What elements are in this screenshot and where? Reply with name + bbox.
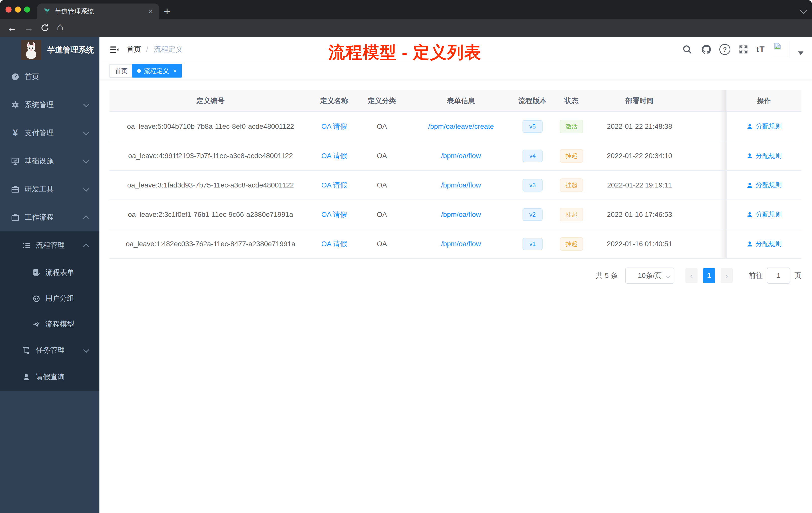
deploy-time: 2022-01-22 20:34:10 (607, 152, 672, 160)
sidebar-item-payment[interactable]: ¥ 支付管理 (0, 119, 99, 147)
sidebar-item-home[interactable]: 首页 (0, 63, 99, 91)
breadcrumb-home[interactable]: 首页 (126, 37, 141, 62)
tab-close-icon[interactable]: × (148, 7, 153, 15)
sidebar-item-label: 基础设施 (25, 156, 54, 166)
column-header: 流程版本 (515, 90, 550, 112)
definition-name-link[interactable]: OA 请假 (321, 180, 347, 190)
goto-page-input[interactable] (767, 268, 790, 283)
version-badge: v2 (522, 208, 543, 221)
sidebar-item-process-form[interactable]: 流程表单 (0, 260, 99, 285)
sidebar-item-process-model[interactable]: 流程模型 (0, 311, 99, 337)
sidebar-item-system[interactable]: 系统管理 (0, 91, 99, 119)
assign-rule-button[interactable]: 分配规则 (746, 210, 782, 219)
definition-category: OA (377, 211, 387, 219)
status-badge: 挂起 (560, 149, 583, 163)
form-link[interactable]: /bpm/oa/flow (441, 211, 481, 219)
window-close-button[interactable] (5, 6, 11, 12)
search-icon[interactable] (681, 43, 693, 56)
definition-id: oa_leave:1:482ec033-762a-11ec-8477-a2380… (126, 240, 295, 248)
page-unit-label: 页 (794, 271, 802, 280)
sidebar: 芋道管理系统 首页 系统管理 ¥ 支付管理 基础设施 (0, 37, 99, 513)
assign-rule-button[interactable]: 分配规则 (746, 181, 782, 189)
assign-rule-button[interactable]: 分配规则 (746, 151, 782, 160)
new-tab-button[interactable]: + (164, 4, 171, 19)
forward-icon[interactable]: → (24, 22, 33, 33)
sidebar-item-label: 流程模型 (45, 319, 74, 329)
form-link[interactable]: /bpm/oa/flow (441, 152, 481, 160)
sidebar-item-label: 首页 (25, 72, 39, 82)
reload-icon[interactable] (40, 23, 50, 33)
fullscreen-icon[interactable] (737, 43, 750, 56)
tag-process-definition[interactable]: 流程定义 × (132, 64, 182, 78)
definition-name-link[interactable]: OA 请假 (321, 151, 347, 161)
form-link[interactable]: /bpm/oa/leave/create (428, 122, 494, 130)
definition-name-link[interactable]: OA 请假 (321, 122, 347, 131)
page-number-button[interactable]: 1 (703, 268, 715, 283)
status-badge: 挂起 (560, 208, 583, 221)
form-link[interactable]: /bpm/oa/flow (441, 181, 481, 189)
back-icon[interactable]: ← (7, 22, 17, 33)
window-minimize-button[interactable] (15, 6, 21, 12)
sidebar-item-user-group[interactable]: 用户分组 (0, 285, 99, 311)
prev-page-button[interactable]: ‹ (686, 268, 697, 283)
page-size-select[interactable]: 10条/页 (625, 268, 674, 283)
definition-name-link[interactable]: OA 请假 (321, 239, 347, 249)
table-row: oa_leave:2:3c1f0ef1-76b1-11ec-9c66-a2380… (110, 200, 802, 230)
table-row: oa_leave:5:004b710b-7b8a-11ec-8ef0-acde4… (110, 112, 802, 141)
action-label: 分配规则 (756, 210, 782, 219)
font-size-icon[interactable]: tT (756, 45, 765, 54)
chevron-down-icon (83, 157, 89, 163)
avatar-caret-icon[interactable] (798, 52, 804, 55)
active-tag-dot (137, 69, 141, 73)
sidebar-item-workflow[interactable]: 工作流程 (0, 203, 99, 232)
definition-category: OA (377, 240, 387, 248)
sidebar-item-label: 流程表单 (45, 268, 74, 278)
tag-home[interactable]: 首页 (110, 64, 133, 78)
help-icon[interactable]: ? (719, 44, 730, 55)
sidebar-item-task-management[interactable]: 任务管理 (0, 337, 99, 364)
chevron-down-icon (83, 101, 89, 107)
status-badge: 激活 (560, 120, 583, 133)
page-size-value: 10条/页 (638, 271, 662, 280)
sidebar-item-process-management[interactable]: 流程管理 (0, 232, 99, 260)
tab-title: 芋道管理系统 (55, 7, 148, 16)
sidebar-item-label: 流程管理 (36, 240, 65, 250)
version-badge: v5 (522, 120, 543, 133)
browser-tab[interactable]: 芋道管理系统 × (37, 3, 159, 19)
gear-icon (10, 100, 20, 110)
briefcase-icon (10, 213, 20, 222)
column-header: 定义名称 (312, 90, 357, 112)
definition-name-link[interactable]: OA 请假 (321, 210, 347, 219)
next-page-button[interactable]: › (721, 268, 733, 283)
assign-rule-button[interactable]: 分配规则 (746, 239, 782, 248)
table-header-row: 定义编号 定义名称 定义分类 表单信息 流程版本 状态 部署时间 操作 (110, 90, 802, 112)
chevron-down-icon (83, 346, 89, 353)
version-badge: v1 (522, 238, 543, 250)
column-header: 操作 (726, 90, 801, 112)
sidebar-item-infrastructure[interactable]: 基础设施 (0, 147, 99, 175)
deploy-time: 2022-01-16 17:46:53 (607, 211, 672, 219)
window-zoom-button[interactable] (24, 6, 30, 12)
home-icon[interactable]: ⌂ (57, 21, 63, 32)
sidebar-item-devtools[interactable]: 研发工具 (0, 175, 99, 203)
goto-label: 前往 (749, 271, 763, 280)
sidebar-collapse-icon[interactable] (110, 45, 119, 55)
definition-id: oa_leave:4:991f2193-7b7f-11ec-a3c8-acde4… (128, 152, 293, 160)
sidebar-logo-row[interactable]: 芋道管理系统 (0, 37, 99, 63)
column-header: 表单信息 (407, 90, 515, 112)
column-header: 状态 (550, 90, 593, 112)
user-icon (746, 123, 753, 130)
tag-close-icon[interactable]: × (173, 67, 177, 74)
form-link[interactable]: /bpm/oa/flow (441, 240, 481, 248)
sidebar-item-leave-query[interactable]: 请假查询 (0, 364, 99, 390)
status-badge: 挂起 (560, 178, 583, 192)
assign-rule-button[interactable]: 分配规则 (746, 122, 782, 131)
github-icon[interactable] (700, 43, 712, 56)
sidebar-item-label: 系统管理 (25, 100, 54, 110)
yen-icon: ¥ (10, 128, 20, 138)
toolbox-icon (10, 184, 20, 194)
tab-search-caret-icon[interactable] (800, 6, 807, 14)
avatar[interactable] (772, 41, 789, 58)
table-row: oa_leave:1:482ec033-762a-11ec-8477-a2380… (110, 230, 802, 259)
tags-view-bar: 首页 流程定义 × (99, 62, 812, 80)
